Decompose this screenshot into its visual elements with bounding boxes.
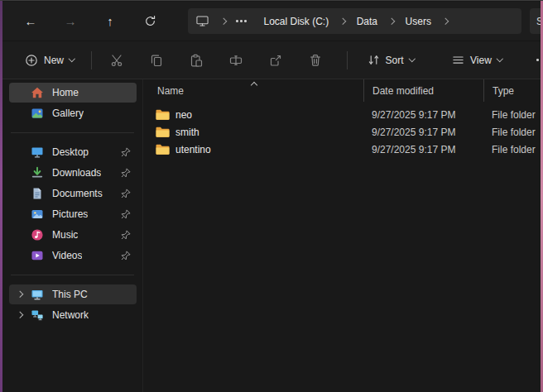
sidebar-item-label: Desktop <box>52 146 89 158</box>
toolbar-separator <box>91 51 92 69</box>
file-type: File folder <box>483 127 543 138</box>
sort-icon <box>368 54 380 66</box>
file-type: File folder <box>483 109 543 121</box>
pin-icon <box>121 168 131 178</box>
breadcrumb-overflow-button[interactable] <box>232 11 252 32</box>
sidebar-item-network[interactable]: Network <box>9 305 137 325</box>
sidebar-item-label: Network <box>52 309 89 321</box>
trash-icon <box>309 54 322 67</box>
pin-icon <box>121 147 131 157</box>
file-row-neo[interactable]: neo 9/27/2025 9:17 PM File folder <box>143 106 543 123</box>
file-date-modified: 9/27/2025 9:17 PM <box>363 144 483 155</box>
chevron-right-icon[interactable] <box>17 292 31 297</box>
breadcrumb-item-drive[interactable]: Local Disk (C:) <box>257 11 337 32</box>
sidebar-item-label: This PC <box>52 289 88 300</box>
command-bar: New Sort View <box>2 41 543 79</box>
plus-circle-icon <box>25 54 38 67</box>
folder-icon <box>156 127 170 138</box>
left-edge-strip <box>0 1 2 392</box>
sidebar-item-home[interactable]: Home <box>9 83 137 103</box>
downloads-icon <box>31 166 45 179</box>
pin-icon <box>121 189 131 198</box>
pin-icon <box>121 209 131 219</box>
network-icon <box>31 308 45 322</box>
cut-icon <box>110 54 123 67</box>
sidebar-item-documents[interactable]: Documents <box>9 184 137 203</box>
sidebar-item-this-pc[interactable]: This PC <box>9 284 137 304</box>
file-name: smith <box>175 127 199 138</box>
breadcrumb-item-data[interactable]: Data <box>349 11 385 32</box>
folder-icon <box>156 109 170 121</box>
sidebar-item-music[interactable]: Music <box>9 225 137 245</box>
chevron-down-icon <box>408 55 415 62</box>
music-icon <box>31 228 45 241</box>
sidebar-item-label: Videos <box>52 250 82 261</box>
sidebar-item-label: Downloads <box>52 167 101 179</box>
pin-icon <box>121 251 131 261</box>
rename-button[interactable] <box>219 47 252 74</box>
view-icon <box>452 54 464 66</box>
sidebar-item-label: Documents <box>52 188 103 199</box>
refresh-icon <box>144 15 156 27</box>
back-arrow-icon: ← <box>25 14 37 28</box>
sidebar-item-desktop[interactable]: Desktop <box>9 142 137 162</box>
refresh-button[interactable] <box>136 9 164 34</box>
view-button[interactable]: View <box>444 47 510 74</box>
folder-icon <box>156 144 170 155</box>
paste-icon <box>190 54 203 67</box>
new-label: New <box>44 55 64 66</box>
chevron-right-icon <box>340 19 345 24</box>
breadcrumb-item-users[interactable]: Users <box>398 11 439 32</box>
column-header-date-modified[interactable]: Date modified <box>363 79 483 102</box>
pin-icon <box>121 230 131 240</box>
sidebar-item-gallery[interactable]: Gallery <box>9 103 137 123</box>
copy-icon <box>150 54 163 67</box>
ellipsis-icon <box>236 20 247 22</box>
this-pc-icon <box>31 288 45 301</box>
navigation-bar: ← → ↑ Local Disk (C:) Data Users Se <box>2 2 543 41</box>
column-header-type[interactable]: Type <box>483 79 543 102</box>
file-list: Name Date modified Type neo 9/27/2025 9:… <box>143 79 543 392</box>
rename-icon <box>229 54 243 67</box>
paste-button[interactable] <box>180 47 213 74</box>
navigation-pane: Home Gallery Desktop <box>2 79 143 392</box>
file-row-utentino[interactable]: utentino 9/27/2025 9:17 PM File folder <box>143 141 543 158</box>
file-name: neo <box>175 109 192 121</box>
address-bar[interactable]: Local Disk (C:) Data Users <box>188 8 521 34</box>
chevron-right-icon <box>389 19 394 24</box>
chevron-down-icon <box>69 55 75 62</box>
sidebar-item-label: Home <box>52 87 79 98</box>
back-button[interactable]: ← <box>17 9 45 34</box>
delete-button[interactable] <box>299 47 332 74</box>
sort-button[interactable]: Sort <box>359 47 423 74</box>
pictures-icon <box>31 208 45 221</box>
share-icon <box>269 54 282 67</box>
copy-button[interactable] <box>140 47 173 74</box>
sidebar-item-pictures[interactable]: Pictures <box>9 204 137 224</box>
up-button[interactable]: ↑ <box>96 9 124 34</box>
sidebar-separator <box>11 132 134 133</box>
chevron-right-icon[interactable] <box>17 313 31 318</box>
monitor-icon <box>196 15 209 27</box>
new-button[interactable]: New <box>17 47 83 74</box>
documents-icon <box>31 187 45 200</box>
chevron-right-icon <box>221 19 226 24</box>
file-date-modified: 9/27/2025 9:17 PM <box>363 127 483 138</box>
sidebar-item-videos[interactable]: Videos <box>9 246 137 265</box>
sidebar-item-label: Gallery <box>52 108 84 119</box>
file-row-smith[interactable]: smith 9/27/2025 9:17 PM File folder <box>143 123 543 141</box>
share-button[interactable] <box>259 47 292 74</box>
forward-button[interactable]: → <box>56 9 84 34</box>
chevron-down-icon <box>497 55 503 62</box>
sort-label: Sort <box>386 55 404 66</box>
sidebar-item-label: Pictures <box>52 208 88 220</box>
cut-button[interactable] <box>100 47 133 74</box>
gallery-icon <box>31 107 45 120</box>
desktop-icon <box>31 146 45 159</box>
view-label: View <box>470 55 492 66</box>
sidebar-item-downloads[interactable]: Downloads <box>9 163 137 183</box>
chevron-right-icon <box>443 19 448 24</box>
home-icon <box>31 86 45 99</box>
forward-arrow-icon: → <box>65 14 77 28</box>
file-explorer-window: ← → ↑ Local Disk (C:) Data Users Se New <box>0 0 543 392</box>
